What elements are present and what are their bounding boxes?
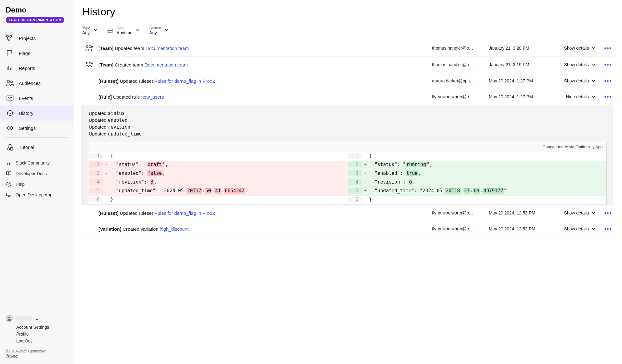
row-action: Updated ruleset xyxy=(120,78,154,84)
row-summary: [Ruleset] Updated ruleset Rules for demo… xyxy=(98,78,428,84)
row-actions-menu[interactable]: ••• xyxy=(599,210,612,216)
row-entity-link[interactable]: Documentation team xyxy=(144,62,188,67)
row-actions-menu[interactable]: ••• xyxy=(599,226,612,232)
secondary-nav: Slack Community Developer Docs Help Open… xyxy=(0,158,73,200)
page-title: History xyxy=(82,6,613,18)
diff-code: "updated_time": "2024-05-20T18:27:09.497… xyxy=(369,188,607,194)
svg-point-13 xyxy=(86,46,88,47)
svg-rect-8 xyxy=(10,148,13,150)
link-profile[interactable]: Profile xyxy=(6,331,68,338)
diff-sign: + xyxy=(362,179,369,185)
legal: ©2010–2025 Optimizely. Privacy xyxy=(6,349,68,358)
diff-code: "status": "running", xyxy=(369,162,607,167)
svg-point-1 xyxy=(10,35,12,37)
diff-sign: - xyxy=(103,188,110,194)
diff-code: "enabled": false, xyxy=(110,170,348,176)
sidebar-item-flags[interactable]: Flags xyxy=(0,46,73,61)
row-details-toggle[interactable]: Show details xyxy=(555,210,596,215)
row-entity-link[interactable]: new_users xyxy=(141,94,164,100)
link-label: Help xyxy=(16,182,25,187)
history-row: [Ruleset] Updated ruleset Rules for demo… xyxy=(82,73,613,89)
row-user: flynn.woolworth@o… xyxy=(432,94,485,99)
filter-type[interactable]: Type Any xyxy=(82,26,98,35)
filter-source[interactable]: Source Any xyxy=(149,26,169,35)
row-toggle-label: Show details xyxy=(564,78,589,83)
row-actions-menu[interactable]: ••• xyxy=(599,78,612,84)
diff-line: 5 - "updated_time": "2024-05-20T17:50:41… xyxy=(89,187,348,196)
diff-line-number: 3 xyxy=(348,170,362,176)
sidebar-item-projects[interactable]: Projects xyxy=(0,31,73,46)
user-menu[interactable] xyxy=(6,315,68,322)
diff-code: } xyxy=(369,197,607,202)
diff-line-number: 4 xyxy=(89,179,103,185)
tutorial-icon xyxy=(6,143,14,151)
events-icon xyxy=(6,94,14,102)
diff-line: 6 } xyxy=(89,196,348,204)
diff-line-number: 5 xyxy=(89,188,103,194)
link-developer-docs[interactable]: Developer Docs xyxy=(0,168,73,179)
link-label: Open Desktop App xyxy=(16,192,53,197)
sidebar-item-label: Audiences xyxy=(19,81,41,86)
diff-right: 1 { 2 + "status": "running", 3 + "enable… xyxy=(348,152,607,204)
more-icon: ••• xyxy=(604,226,612,232)
link-log-out[interactable]: Log Out xyxy=(6,338,68,345)
calendar-icon xyxy=(107,28,113,33)
user-name-redacted xyxy=(16,316,32,321)
row-date: May 20 2024, 12:53 PM xyxy=(489,210,551,215)
diff-line: 1 { xyxy=(348,152,607,161)
history-icon xyxy=(6,109,14,117)
sidebar-item-tutorial[interactable]: Tutorial xyxy=(0,140,73,155)
sidebar-item-label: Tutorial xyxy=(19,145,34,150)
diff-sign: + xyxy=(362,162,369,167)
row-details-toggle[interactable]: Hide details xyxy=(555,94,596,99)
sidebar-item-label: Projects xyxy=(19,36,36,41)
row-details-toggle[interactable]: Show details xyxy=(555,46,596,51)
sidebar-item-audiences[interactable]: Audiences xyxy=(0,76,73,91)
sidebar-footer: Account Settings Profile Log Out ©2010–2… xyxy=(0,312,73,360)
row-entity-link[interactable]: Rules for demo_flag in Prod2 xyxy=(154,78,215,84)
sidebar-item-events[interactable]: Events xyxy=(0,91,73,106)
sidebar-item-history[interactable]: History xyxy=(0,106,73,121)
row-actions-menu[interactable]: ••• xyxy=(599,94,612,100)
diff-line-number: 5 xyxy=(348,188,362,194)
diff-viewer: Change made via Optimizely App 1 { 2 - "… xyxy=(89,142,607,205)
history-row: [Rule] Updated rule new_users flynn.wool… xyxy=(82,89,613,105)
sidebar-item-reports[interactable]: Reports xyxy=(0,61,73,76)
row-entity-link[interactable]: Rules for demo_flag in Prod2 xyxy=(154,210,215,216)
row-details-toggle[interactable]: Show details xyxy=(555,62,596,67)
chevron-down-icon xyxy=(136,28,140,32)
sidebar-item-label: Flags xyxy=(19,51,30,56)
diff-line-number: 1 xyxy=(89,153,103,159)
filter-date[interactable]: Date Anytime xyxy=(107,26,140,35)
link-open-desktop-app[interactable]: Open Desktop App xyxy=(0,189,73,200)
diff-code: "status": "draft", xyxy=(110,162,348,167)
diff-code: } xyxy=(110,197,348,202)
sidebar-item-label: Settings xyxy=(19,125,36,131)
row-details-toggle[interactable]: Show details xyxy=(555,78,596,83)
row-details-toggle[interactable]: Show details xyxy=(555,226,596,231)
svg-rect-10 xyxy=(7,193,11,196)
svg-point-0 xyxy=(7,35,8,37)
row-summary: [Team] Updated team Documentation team xyxy=(98,46,428,51)
row-entity-link[interactable]: high_discount xyxy=(160,226,189,232)
sidebar-item-settings[interactable]: Settings xyxy=(0,121,73,135)
svg-point-4 xyxy=(11,81,13,83)
sidebar: Demo FEATURE EXPERIMENTATION Projects Fl… xyxy=(0,0,73,364)
history-row: [Team] Created team Documentation team t… xyxy=(82,57,613,73)
reports-icon xyxy=(6,64,14,72)
row-actions-menu[interactable]: ••• xyxy=(599,45,612,51)
brand: Demo FEATURE EXPERIMENTATION xyxy=(0,6,73,26)
gear-icon xyxy=(6,124,14,132)
link-help[interactable]: Help xyxy=(0,179,73,189)
svg-point-11 xyxy=(8,317,10,318)
link-slack-community[interactable]: Slack Community xyxy=(0,158,73,168)
row-toggle-label: Show details xyxy=(564,46,589,51)
link-account-settings[interactable]: Account Settings xyxy=(6,324,68,331)
row-actions-menu[interactable]: ••• xyxy=(599,62,612,67)
row-date: May 20 2024, 1:27 PM xyxy=(489,78,551,83)
diff-line: 2 - "status": "draft", xyxy=(89,161,348,170)
svg-point-14 xyxy=(89,46,91,47)
link-privacy[interactable]: Privacy xyxy=(6,353,18,358)
diff-source-label: Change made via Optimizely App xyxy=(89,142,606,152)
row-entity-link[interactable]: Documentation team xyxy=(146,46,189,51)
